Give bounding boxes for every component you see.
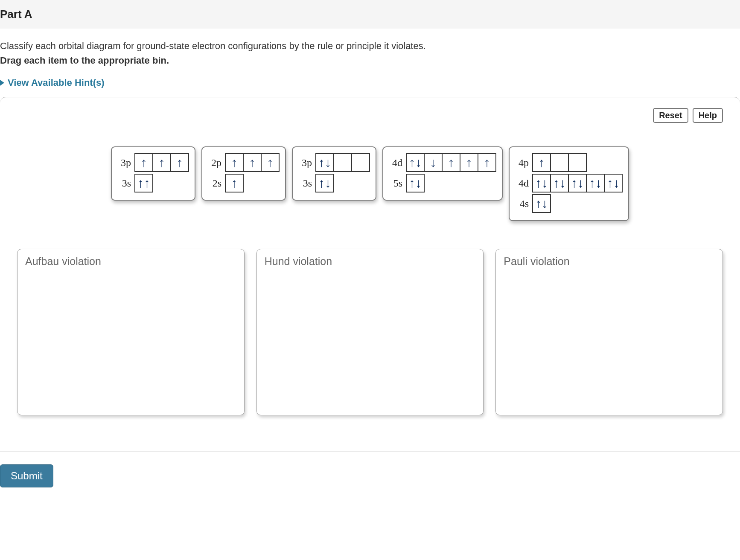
subshell-row: 3s↑↑ (117, 174, 189, 192)
orbital-box: ↑↓ (532, 174, 551, 192)
orbital-item[interactable]: 4p↑4d↑↓↑↓↑↓↑↓↑↓4s↑↓ (509, 146, 629, 221)
orbital-box: ↑↓ (604, 174, 623, 192)
orbital-box: ↑↓ (568, 174, 587, 192)
subshell-row: 2s↑ (208, 174, 280, 192)
orbital-box (351, 153, 370, 172)
orbital-box: ↑ (460, 153, 478, 172)
subshell-row: 4s↑↓ (515, 194, 623, 213)
drop-bin[interactable]: Hund violation (256, 249, 484, 415)
instructions-block: Classify each orbital diagram for ground… (0, 29, 740, 88)
orbital-box: ↑↓ (315, 153, 334, 172)
subshell-label: 2p (208, 157, 221, 169)
orbital-box: ↑↓ (532, 194, 551, 213)
orbital-box: ↓ (424, 153, 443, 172)
submit-button[interactable]: Submit (0, 464, 53, 487)
orbital-item[interactable]: 3p↑↓3s↑↓ (292, 146, 376, 201)
canvas-controls: Reset Help (653, 108, 723, 123)
orbital-boxes: ↑↓↓↑↑↑ (406, 153, 496, 172)
caret-right-icon (0, 80, 4, 86)
orbital-box: ↑↓ (315, 174, 334, 192)
orbital-box (568, 153, 587, 172)
subshell-label: 4d (515, 178, 529, 189)
bin-title: Pauli violation (504, 255, 715, 268)
orbital-box: ↑ (261, 153, 280, 172)
orbital-boxes: ↑ (225, 174, 244, 192)
bins-row: Aufbau violationHund violationPauli viol… (17, 249, 723, 415)
orbital-boxes: ↑↓ (532, 194, 551, 213)
subshell-label: 4s (515, 198, 529, 210)
orbital-box: ↑ (134, 153, 153, 172)
orbital-box: ↑↓ (550, 174, 569, 192)
subshell-label: 3p (117, 157, 131, 169)
orbital-box: ↑↑ (134, 174, 153, 192)
orbital-boxes: ↑↓↑↓↑↓↑↓↑↓ (532, 174, 623, 192)
orbital-box: ↑ (170, 153, 189, 172)
divider (0, 452, 740, 452)
orbital-item[interactable]: 4d↑↓↓↑↑↑5s↑↓ (382, 146, 503, 201)
orbital-boxes: ↑↑↑ (225, 153, 280, 172)
subshell-row: 5s↑↓ (389, 174, 496, 192)
reset-button[interactable]: Reset (653, 108, 688, 123)
draggable-items-row: 3p↑↑↑3s↑↑2p↑↑↑2s↑3p↑↓3s↑↓4d↑↓↓↑↑↑5s↑↓4p↑… (17, 146, 723, 221)
subshell-label: 2s (208, 178, 221, 189)
subshell-label: 5s (389, 178, 402, 189)
drop-bin[interactable]: Aufbau violation (17, 249, 245, 415)
orbital-item[interactable]: 2p↑↑↑2s↑ (201, 146, 286, 201)
part-title: Part A (0, 8, 32, 20)
subshell-label: 3p (298, 157, 312, 169)
subshell-label: 3s (298, 178, 312, 189)
orbital-boxes: ↑↓ (315, 153, 370, 172)
orbital-box (333, 153, 352, 172)
help-button[interactable]: Help (693, 108, 723, 123)
orbital-box: ↑ (152, 153, 171, 172)
instruction-line-2: Drag each item to the appropriate bin. (0, 55, 740, 66)
subshell-row: 3p↑↑↑ (117, 153, 189, 172)
subshell-label: 4d (389, 157, 402, 169)
orbital-boxes: ↑↓ (406, 174, 425, 192)
subshell-row: 3p↑↓ (298, 153, 370, 172)
orbital-box (550, 153, 569, 172)
subshell-label: 3s (117, 178, 131, 189)
subshell-row: 4d↑↓↑↓↑↓↑↓↑↓ (515, 174, 623, 192)
orbital-box: ↑ (442, 153, 460, 172)
subshell-row: 3s↑↓ (298, 174, 370, 192)
bin-title: Hund violation (265, 255, 476, 268)
instruction-line-1: Classify each orbital diagram for ground… (0, 41, 740, 52)
orbital-boxes: ↑ (532, 153, 587, 172)
drag-canvas: Reset Help 3p↑↑↑3s↑↑2p↑↑↑2s↑3p↑↓3s↑↓4d↑↓… (0, 97, 740, 432)
hints-label: View Available Hint(s) (8, 77, 105, 88)
orbital-box: ↑ (532, 153, 551, 172)
subshell-row: 4d↑↓↓↑↑↑ (389, 153, 496, 172)
orbital-box: ↑↓ (406, 174, 425, 192)
subshell-row: 2p↑↑↑ (208, 153, 280, 172)
orbital-box: ↑↓ (586, 174, 605, 192)
orbital-box: ↑ (478, 153, 496, 172)
orbital-boxes: ↑↓ (315, 174, 334, 192)
orbital-box: ↑ (225, 174, 244, 192)
orbital-box: ↑↓ (406, 153, 425, 172)
bin-title: Aufbau violation (25, 255, 236, 268)
orbital-box: ↑ (225, 153, 244, 172)
orbital-box: ↑ (243, 153, 262, 172)
orbital-boxes: ↑↑↑ (134, 153, 189, 172)
orbital-item[interactable]: 3p↑↑↑3s↑↑ (111, 146, 195, 201)
subshell-row: 4p↑ (515, 153, 623, 172)
subshell-label: 4p (515, 157, 529, 169)
part-header: Part A (0, 0, 740, 29)
drop-bin[interactable]: Pauli violation (495, 249, 723, 415)
orbital-boxes: ↑↑ (134, 174, 153, 192)
hints-toggle[interactable]: View Available Hint(s) (0, 77, 105, 88)
